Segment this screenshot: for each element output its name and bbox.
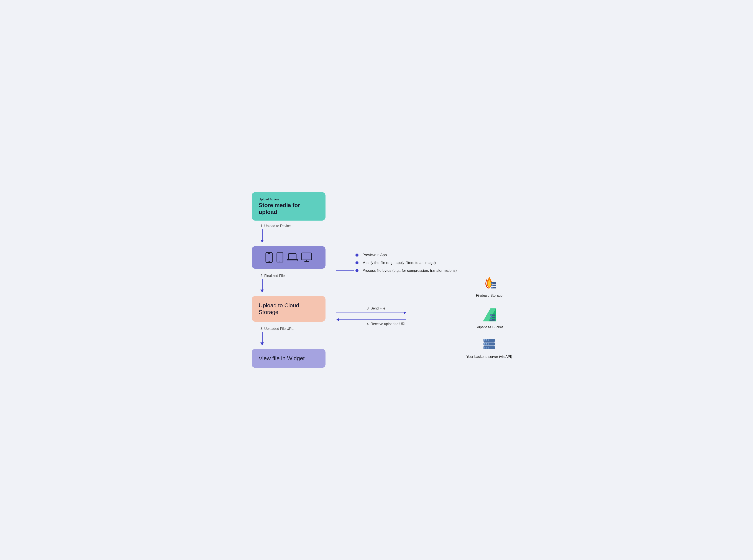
tablet-icon <box>276 253 284 262</box>
step4-label: 4. Receive uploaded URL <box>336 322 406 326</box>
features-section: Preview in App Modify the file (e.g., ap… <box>334 253 457 273</box>
svg-rect-40 <box>486 343 487 343</box>
firebase-service: Firebase Storage <box>476 275 503 298</box>
svg-rect-22 <box>490 315 491 316</box>
laptop-icon <box>287 253 298 262</box>
svg-rect-38 <box>484 343 485 343</box>
supabase-service: Supabase Bucket <box>476 306 503 329</box>
svg-rect-7 <box>302 253 312 260</box>
view-widget-title: View file in Widget <box>259 355 318 362</box>
svg-rect-17 <box>491 287 492 288</box>
svg-rect-44 <box>484 347 485 347</box>
phone-icon <box>265 252 273 263</box>
backend-service: Your backend server (via API) <box>466 338 512 359</box>
arrow-down-2 <box>260 279 264 293</box>
svg-rect-28 <box>490 319 491 320</box>
view-widget-box: View file in Widget <box>252 349 326 368</box>
right-column: Firebase Storage <box>457 192 522 359</box>
devices-row <box>265 252 312 263</box>
svg-rect-41 <box>488 343 489 345</box>
step2-label: 2. Finalized File <box>260 274 285 278</box>
svg-rect-6 <box>287 260 298 261</box>
step3-label: 3. Send File <box>336 306 385 311</box>
svg-rect-35 <box>488 339 489 341</box>
upload-action-box: Upload Action Store media for upload <box>252 192 326 221</box>
feature-label-0: Preview in App <box>362 253 387 257</box>
svg-rect-14 <box>491 285 492 286</box>
svg-rect-12 <box>492 283 493 284</box>
svg-rect-47 <box>488 347 489 348</box>
step5-label: 5. Uploaded File URL <box>260 327 294 331</box>
svg-point-1 <box>269 261 270 262</box>
send-file-arrow-row: 3. Send File <box>336 306 406 314</box>
diagram-container: Upload Action Store media for upload 1. … <box>252 192 501 368</box>
svg-rect-29 <box>491 319 492 320</box>
backend-label: Your backend server (via API) <box>466 355 512 359</box>
receive-url-arrow-row: 4. Receive uploaded URL <box>336 318 406 326</box>
arrow-step2-container: 2. Finalized File <box>252 272 285 293</box>
svg-rect-25 <box>490 317 491 318</box>
arrow-step5-container: 5. Uploaded File URL <box>252 325 294 345</box>
server-icon <box>482 338 497 353</box>
feature-label-2: Process file bytes (e.g., for compressio… <box>362 268 457 273</box>
firebase-label: Firebase Storage <box>476 294 503 298</box>
svg-rect-46 <box>486 347 487 347</box>
feature-item-0: Preview in App <box>336 253 457 257</box>
feature-item-2: Process file bytes (e.g., for compressio… <box>336 268 457 273</box>
svg-rect-11 <box>491 283 492 284</box>
left-column: Upload Action Store media for upload 1. … <box>252 192 334 368</box>
upload-action-title: Store media for upload <box>259 202 318 215</box>
feature-label-1: Modify the file (e.g., apply filters to … <box>362 261 436 265</box>
svg-rect-34 <box>486 339 487 340</box>
horizontal-arrows-section: 3. Send File 4. Receive uploaded URL <box>334 306 406 326</box>
feature-item-1: Modify the file (e.g., apply filters to … <box>336 261 457 265</box>
supabase-label: Supabase Bucket <box>476 325 503 329</box>
monitor-icon <box>301 253 312 262</box>
svg-rect-23 <box>491 315 492 316</box>
arrow-down-5 <box>260 332 264 345</box>
cloud-storage-box: Upload to Cloud Storage <box>252 296 326 322</box>
devices-box <box>252 246 326 269</box>
svg-rect-5 <box>288 254 296 259</box>
upload-action-subtitle: Upload Action <box>259 197 318 201</box>
svg-rect-18 <box>492 287 493 288</box>
supabase-icon <box>481 306 498 324</box>
svg-rect-32 <box>484 339 485 340</box>
cloud-storage-title: Upload to Cloud Storage <box>259 302 318 316</box>
arrow-down-1 <box>260 229 264 243</box>
middle-column: Preview in App Modify the file (e.g., ap… <box>334 192 457 326</box>
arrow-step1-container: 1. Upload to Device <box>252 222 291 243</box>
step1-label: 1. Upload to Device <box>260 224 291 228</box>
svg-rect-15 <box>492 285 493 286</box>
firebase-icon <box>481 275 498 292</box>
svg-point-4 <box>279 261 281 262</box>
svg-rect-26 <box>491 317 492 318</box>
